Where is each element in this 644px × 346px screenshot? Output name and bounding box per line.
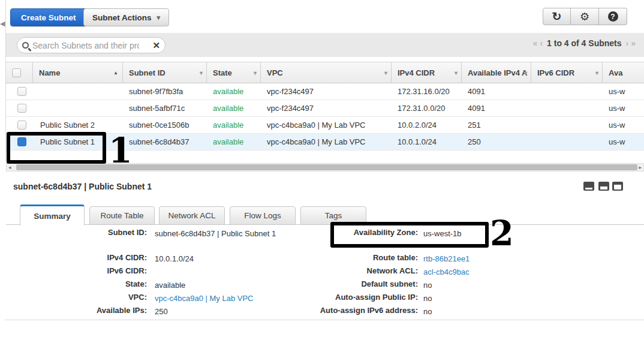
- row-checkbox-checked[interactable]: [17, 137, 26, 146]
- toolbar-icon-group: ↻ ⚙ ?: [543, 8, 627, 25]
- tab-route-table[interactable]: Route Table: [89, 206, 155, 225]
- subnets-table-header: Name ▲ Subnet ID ▾ State ▾ VPC ▾ IPv4 CI…: [6, 62, 644, 83]
- refresh-icon: ↻: [552, 11, 562, 22]
- column-header-ipv6-cidr[interactable]: IPv6 CIDR ▾: [531, 62, 603, 83]
- sort-chevron-icon: ▾: [455, 70, 458, 76]
- column-header-subnet-id[interactable]: Subnet ID ▾: [123, 62, 207, 83]
- cell-available-ipv4: 4091: [462, 100, 531, 116]
- subnet-actions-button[interactable]: Subnet Actions ▾: [83, 8, 169, 26]
- search-placeholder: Search Subnets and their prop: [32, 41, 139, 50]
- cell-availability-zone: us-w: [603, 134, 644, 150]
- first-page-icon[interactable]: «: [533, 38, 538, 48]
- cell-state: available: [207, 117, 261, 133]
- cell-available-ipv4: 250: [462, 134, 531, 150]
- field-subnet-id: Subnet ID: subnet-6c8d4b37 | Public Subn…: [6, 228, 279, 240]
- subnet-actions-label: Subnet Actions: [92, 13, 152, 22]
- field-state: State: available: [6, 279, 279, 291]
- sort-ascending-icon: ▲: [113, 70, 118, 76]
- vpc-subnets-console: ◀ Create Subnet Subnet Actions ▾ ↻ ⚙ ? S…: [0, 0, 644, 346]
- row-checkbox[interactable]: [17, 104, 26, 113]
- horizontal-scrollbar[interactable]: ◂ ▸: [6, 163, 644, 172]
- field-route-table: Route table: rtb-86b21ee1: [276, 253, 470, 265]
- clear-search-icon[interactable]: ✕: [152, 40, 160, 51]
- cell-subnet-id: subnet-6c8d4b37: [123, 134, 207, 150]
- cell-state: available: [207, 134, 261, 150]
- scroll-right-icon[interactable]: ▸: [639, 164, 642, 170]
- select-all-header[interactable]: [6, 62, 33, 83]
- cell-ipv6-cidr: [531, 83, 603, 100]
- column-header-availability-zone[interactable]: Ava: [603, 62, 644, 83]
- cell-name: Public Subnet 2: [33, 117, 123, 133]
- scroll-left-icon[interactable]: ◂: [8, 164, 11, 170]
- annotation-number-2: 2: [490, 216, 514, 250]
- cell-ipv6-cidr: [531, 100, 603, 116]
- cell-name: [33, 100, 123, 116]
- next-page-icon[interactable]: ›: [626, 38, 629, 48]
- cell-availability-zone: us-w: [603, 83, 644, 100]
- field-availability-zone: Availability Zone: us-west-1b: [276, 228, 462, 240]
- refresh-button[interactable]: ↻: [543, 8, 571, 25]
- cell-vpc: vpc-c4bca9a0 | My Lab VPC: [261, 117, 392, 133]
- collapse-sidebar-icon[interactable]: ◀: [0, 20, 5, 28]
- field-network-acl: Network ACL: acl-cb4c9bac: [276, 266, 470, 278]
- sort-chevron-icon: ▾: [254, 70, 257, 76]
- network-acl-link[interactable]: acl-cb4c9bac: [423, 266, 470, 278]
- tab-network-acl[interactable]: Network ACL: [159, 206, 225, 225]
- scrollbar-thumb[interactable]: [16, 164, 637, 170]
- detail-panel-title: subnet-6c8d4b37 | Public Subnet 1: [13, 182, 152, 191]
- sort-chevron-icon: ▾: [595, 70, 598, 76]
- cell-name: Public Subnet 1: [33, 134, 123, 150]
- pane-half-icon[interactable]: [598, 182, 609, 191]
- field-auto-assign-public-ip: Auto-assign Public IP: no: [276, 293, 432, 305]
- pagination: « ‹ 1 to 4 of 4 Subnets › »: [533, 38, 636, 48]
- column-header-ipv4-cidr[interactable]: IPv4 CIDR ▾: [392, 62, 462, 83]
- search-icon: [22, 42, 29, 49]
- field-default-subnet: Default subnet: no: [276, 279, 432, 291]
- column-header-state[interactable]: State ▾: [207, 62, 261, 83]
- tab-tags[interactable]: Tags: [300, 206, 366, 225]
- cell-availability-zone: us-w: [603, 117, 644, 133]
- table-row[interactable]: subnet-5afbf71c available vpc-f234c497 1…: [6, 100, 644, 117]
- sort-chevron-icon: ▾: [200, 70, 203, 76]
- tab-content-divider: [6, 224, 644, 225]
- cell-subnet-id: subnet-9f7fb3fa: [123, 83, 207, 100]
- cell-ipv6-cidr: [531, 117, 603, 133]
- cell-state: available: [207, 83, 261, 100]
- tab-summary[interactable]: Summary: [20, 204, 85, 225]
- cell-ipv4-cidr: 10.0.1.0/24: [392, 134, 462, 150]
- row-checkbox[interactable]: [17, 121, 26, 130]
- vpc-link[interactable]: vpc-c4bca9a0 | My Lab VPC: [155, 293, 279, 305]
- cell-available-ipv4: 251: [462, 117, 531, 133]
- table-row[interactable]: Public Subnet 2 subnet-0ce1506b availabl…: [6, 117, 644, 134]
- tab-flow-logs[interactable]: Flow Logs: [230, 206, 296, 225]
- table-row[interactable]: subnet-9f7fb3fa available vpc-f234c497 1…: [6, 83, 644, 100]
- column-header-available-ipv4[interactable]: Available IPv4 A ▾: [462, 62, 531, 83]
- cell-vpc: vpc-f234c497: [261, 100, 392, 116]
- cell-ipv6-cidr: [531, 134, 603, 150]
- cell-ipv4-cidr: 172.31.16.0/20: [392, 83, 462, 100]
- column-header-vpc[interactable]: VPC ▾: [261, 62, 392, 83]
- cell-subnet-id: subnet-5afbf71c: [123, 100, 207, 116]
- bottom-divider: [5, 320, 644, 320]
- pane-expand-icon[interactable]: [612, 182, 623, 191]
- create-subnet-button[interactable]: Create Subnet: [10, 8, 87, 26]
- last-page-icon[interactable]: »: [631, 38, 636, 48]
- pagination-text: 1 to 4 of 4 Subnets: [547, 38, 621, 48]
- cell-state: available: [207, 100, 261, 116]
- settings-button[interactable]: ⚙: [571, 8, 599, 25]
- select-all-checkbox[interactable]: [12, 68, 21, 77]
- field-auto-assign-ipv6: Auto-assign IPv6 address: no: [276, 306, 432, 318]
- column-header-name[interactable]: Name ▲: [33, 62, 123, 83]
- route-table-link[interactable]: rtb-86b21ee1: [423, 253, 470, 265]
- search-input[interactable]: Search Subnets and their prop ✕: [17, 37, 165, 53]
- cell-vpc: vpc-f234c497: [261, 83, 392, 100]
- cell-ipv4-cidr: 172.31.0.0/20: [392, 100, 462, 116]
- filter-bar: Search Subnets and their prop ✕ « ‹ 1 to…: [6, 33, 644, 57]
- cell-ipv4-cidr: 10.0.2.0/24: [392, 117, 462, 133]
- prev-page-icon[interactable]: ‹: [540, 38, 543, 48]
- table-row-selected[interactable]: Public Subnet 1 subnet-6c8d4b37 availabl…: [6, 134, 644, 151]
- help-button[interactable]: ?: [599, 8, 627, 25]
- pane-minimize-icon[interactable]: [583, 182, 594, 191]
- cell-availability-zone: us-w: [603, 100, 644, 116]
- row-checkbox[interactable]: [17, 87, 26, 96]
